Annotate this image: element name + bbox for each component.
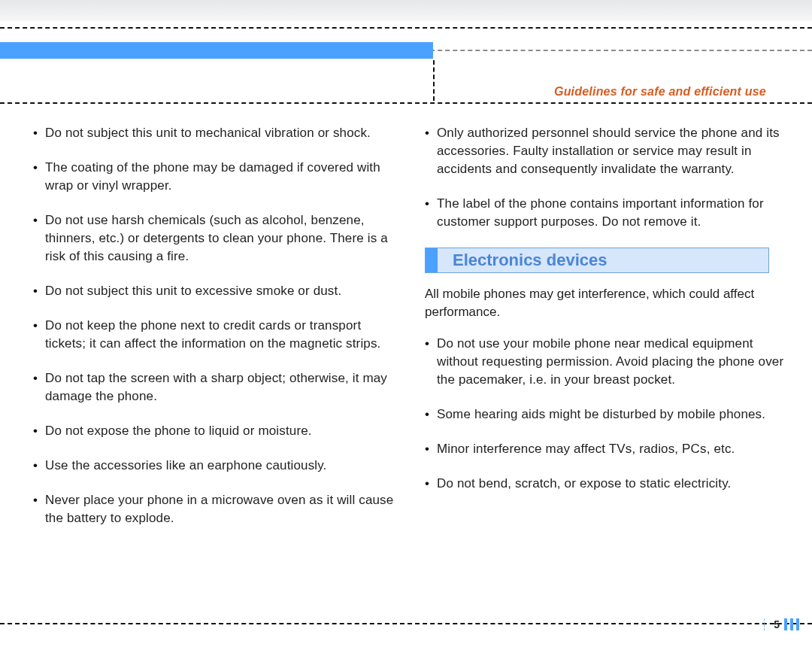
- list-item: Do not tap the screen with a sharp objec…: [33, 369, 394, 405]
- list-item: Minor interference may affect TVs, radio…: [425, 440, 797, 458]
- list-item: Some hearing aids might be disturbed by …: [425, 405, 797, 424]
- section-heading-accent: [426, 248, 438, 272]
- vertical-dashed-separator: [433, 60, 435, 101]
- section-heading: Electronics devices: [425, 248, 769, 273]
- page-number: 5: [774, 618, 780, 630]
- dashed-rule-top: [0, 27, 812, 29]
- footer-ticks-icon: [784, 618, 799, 630]
- list-item: Do not use harsh chemicals (such as alco…: [33, 211, 394, 266]
- list-item: Use the accessories like an earphone cau…: [33, 457, 394, 475]
- list-item: Do not bend, scratch, or expose to stati…: [425, 475, 797, 493]
- section-heading-text: Electronics devices: [438, 251, 607, 270]
- top-gradient: [0, 0, 812, 21]
- dashed-rule-header: [0, 102, 812, 104]
- list-item: Do not use your mobile phone near medica…: [425, 335, 797, 389]
- list-item: Never place your phone in a microwave ov…: [33, 491, 394, 527]
- footer-divider-icon: [764, 618, 765, 630]
- document-page: Guidelines for safe and efficient use Do…: [0, 0, 812, 650]
- page-header-title: Guidelines for safe and efficient use: [554, 85, 766, 99]
- list-item: Do not subject this unit to excessive sm…: [33, 282, 394, 300]
- blue-accent-bar: [0, 42, 433, 59]
- left-bullet-list: Do not subject this unit to mechanical v…: [33, 124, 394, 527]
- list-item: The coating of the phone may be damaged …: [33, 159, 394, 195]
- right-bullet-list-pre: Only authorized personnel should service…: [425, 124, 797, 231]
- list-item: Do not expose the phone to liquid or moi…: [33, 422, 394, 440]
- right-bullet-list-post: Do not use your mobile phone near medica…: [425, 335, 797, 493]
- list-item: The label of the phone contains importan…: [425, 195, 797, 231]
- list-item: Do not keep the phone next to credit car…: [33, 317, 394, 353]
- left-column: Do not subject this unit to mechanical v…: [33, 124, 394, 597]
- section-intro-text: All mobile phones may get interference, …: [425, 285, 797, 321]
- footer-page-indicator: 5: [759, 618, 799, 630]
- list-item: Do not subject this unit to mechanical v…: [33, 124, 394, 142]
- dashed-rule-bottom: [0, 623, 812, 624]
- list-item: Only authorized personnel should service…: [425, 124, 797, 178]
- right-column: Only authorized personnel should service…: [425, 124, 797, 597]
